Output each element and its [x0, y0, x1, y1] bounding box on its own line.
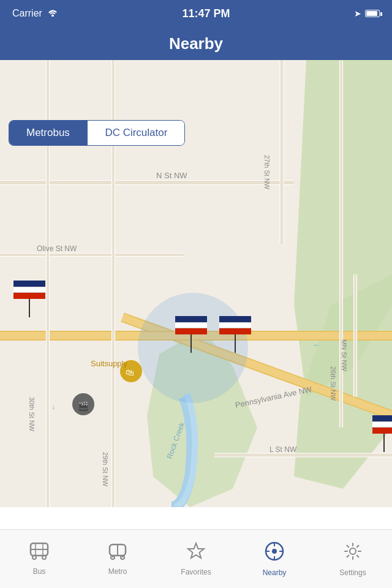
svg-text:Suitsupply: Suitsupply — [91, 359, 127, 368]
settings-tab-icon — [342, 541, 363, 566]
svg-text:↓: ↓ — [51, 402, 55, 411]
tab-settings[interactable]: Settings — [314, 541, 392, 577]
bus-flag — [13, 281, 45, 299]
svg-text:26th St NW: 26th St NW — [330, 366, 337, 401]
tab-metro[interactable]: Metro — [78, 542, 157, 576]
map-area[interactable]: → ← ↓ ↓ ↙ ↙ ↙ N St NW Olive St NW Pennsy… — [0, 60, 392, 507]
svg-text:L St NW: L St NW — [270, 445, 297, 454]
battery-icon — [365, 10, 380, 17]
svg-text:29th St NW: 29th St NW — [102, 452, 109, 487]
segment-metrobus[interactable]: Metrobus — [9, 121, 87, 145]
bus-flag — [219, 316, 251, 334]
bus-tab-icon — [29, 542, 50, 565]
svg-point-71 — [350, 548, 356, 554]
tab-settings-label: Settings — [339, 568, 366, 577]
svg-text:27th St NW: 27th St NW — [263, 155, 271, 190]
svg-text:🎬: 🎬 — [78, 401, 89, 412]
bus-marker-2[interactable] — [175, 316, 207, 353]
nav-header: Nearby — [0, 27, 392, 60]
tab-metro-label: Metro — [108, 567, 127, 576]
svg-marker-64 — [188, 543, 204, 558]
status-left: Carrier — [12, 8, 58, 19]
tab-favorites[interactable]: Favorites — [157, 541, 235, 576]
bus-pole — [383, 434, 385, 452]
bus-pole — [235, 334, 236, 353]
tab-bus-label: Bus — [33, 567, 46, 576]
svg-text:N St NW: N St NW — [156, 171, 187, 180]
bus-pole — [29, 299, 30, 317]
tab-favorites-label: Favorites — [181, 568, 211, 576]
tab-bar: Bus Metro Favorites — [0, 529, 392, 588]
svg-text:Olive St NW: Olive St NW — [37, 244, 77, 253]
svg-text:🛍: 🛍 — [126, 368, 134, 377]
tab-nearby[interactable]: Nearby — [235, 541, 314, 577]
bus-marker-3[interactable] — [219, 316, 251, 353]
carrier-label: Carrier — [12, 8, 42, 19]
svg-point-66 — [272, 549, 277, 554]
segment-dc-circulator[interactable]: DC Circulator — [88, 121, 184, 145]
favorites-tab-icon — [186, 541, 206, 565]
bus-flag — [372, 415, 392, 434]
location-arrow-icon: ➤ — [354, 9, 361, 18]
bus-pole — [190, 334, 192, 353]
tab-nearby-label: Nearby — [263, 568, 287, 577]
svg-text:MN St NW: MN St NW — [341, 339, 348, 372]
metro-tab-icon — [107, 542, 128, 565]
status-right: ➤ — [354, 9, 380, 18]
wifi-icon — [47, 8, 58, 19]
bus-flag — [175, 316, 207, 334]
bus-marker-4[interactable] — [372, 415, 392, 452]
svg-point-56 — [32, 556, 36, 559]
svg-text:30th St NW: 30th St NW — [28, 397, 36, 432]
status-bar: Carrier 11:47 PM ➤ — [0, 0, 392, 27]
tab-bus[interactable]: Bus — [0, 542, 78, 576]
segment-control[interactable]: Metrobus DC Circulator — [9, 120, 185, 146]
bus-marker-1[interactable] — [13, 281, 45, 317]
status-time: 11:47 PM — [182, 7, 230, 20]
svg-text:←: ← — [312, 340, 321, 350]
page-title: Nearby — [169, 34, 223, 53]
nearby-tab-icon — [264, 541, 285, 566]
svg-point-57 — [42, 556, 46, 559]
